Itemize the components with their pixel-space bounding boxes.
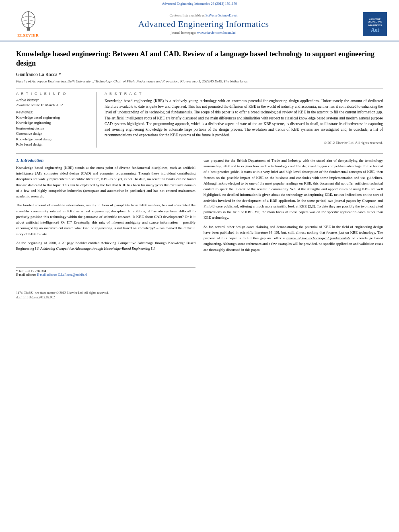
main-content: Knowledge based engineering: Between AI …	[0, 41, 399, 285]
keywords-label: Keywords:	[16, 110, 90, 114]
aei-logo-graphic: ADVANCED ENGINEERING INFORMATICS Aei	[365, 14, 385, 34]
aei-logo: ADVANCED ENGINEERING INFORMATICS Aei	[363, 12, 387, 36]
journal-header: ELSEVIER Contents lists available at Sci…	[0, 7, 399, 41]
sciverse-link[interactable]: SciVerse ScienceDirect	[206, 13, 238, 17]
intro-para-1: Knowledge based engineering (KBE) stands…	[16, 165, 195, 199]
available-date: Available online 16 March 2012	[16, 103, 90, 107]
svg-text:Aei: Aei	[371, 27, 379, 33]
intro-right-para-1: was prepared for the British Department …	[204, 158, 383, 221]
intro-right-para-2: So far, several other design cases claim…	[204, 224, 383, 253]
journal-reference-bar: Advanced Engineering Informatics 26 (201…	[0, 0, 399, 7]
intro-para-3: At the beginning of 2000, a 20 page book…	[16, 240, 195, 252]
footnote-email: E-mail address: E-mail address: G.LaRocc…	[16, 273, 195, 277]
keyword-2: Knowledge engineering	[16, 120, 90, 126]
divider-top	[16, 88, 383, 88]
footnotes: * Tel.: +31 15 2785384. E-mail address: …	[16, 267, 195, 277]
aei-logo-container: ADVANCED ENGINEERING INFORMATICS Aei	[359, 12, 391, 36]
info-abstract-row: A R T I C L E I N F O Article history: A…	[16, 92, 383, 148]
intro-para-2: The limited amount of available informat…	[16, 202, 195, 237]
page-footer: 1474-0346/$ - see front matter © 2012 El…	[16, 289, 383, 299]
divider-body	[16, 153, 383, 154]
svg-line-3	[22, 16, 29, 18]
elsevier-logo: ELSEVIER	[17, 10, 39, 37]
history-label: Article history:	[16, 98, 90, 102]
body-left-column: 1. Introduction Knowledge based engineer…	[16, 158, 195, 277]
keyword-5: Knowledge based design	[16, 137, 90, 142]
footer-license: 1474-0346/$ - see front matter © 2012 El…	[16, 291, 383, 295]
article-info-column: A R T I C L E I N F O Article history: A…	[16, 92, 97, 148]
authors: Gianfranco La Rocca *	[16, 72, 383, 78]
keyword-4: Generative design	[16, 131, 90, 137]
article-info-label: A R T I C L E I N F O	[16, 92, 90, 96]
journal-homepage: journal homepage: www.elsevier.com/locat…	[48, 31, 359, 35]
keyword-3: Engineering design	[16, 126, 90, 131]
elsevier-wordmark: ELSEVIER	[17, 33, 39, 37]
abstract-label: A B S T R A C T	[105, 92, 383, 96]
paper-title: Knowledge based engineering: Between AI …	[16, 49, 383, 68]
abstract-text: Knowledge based engineering (KBE) is a r…	[105, 98, 383, 138]
affiliation: Faculty of Aerospace Engineering, Delft …	[16, 79, 383, 83]
svg-line-5	[28, 16, 35, 18]
footnote-star: * Tel.: +31 15 2785384.	[16, 269, 195, 273]
keyword-1: Knowledge based engineering	[16, 115, 90, 121]
svg-text:INFORMATICS: INFORMATICS	[368, 24, 382, 27]
contents-line: Contents lists available at SciVerse Sci…	[48, 13, 359, 17]
svg-line-6	[28, 20, 35, 22]
keywords-list: Knowledge based engineering Knowledge en…	[16, 115, 90, 148]
svg-line-4	[22, 20, 29, 22]
elsevier-logo-container: ELSEVIER	[8, 10, 48, 37]
svg-text:ADVANCED: ADVANCED	[369, 18, 380, 20]
body-right-column: was prepared for the British Department …	[204, 158, 383, 277]
intro-heading: 1. Introduction	[16, 158, 195, 162]
homepage-url[interactable]: www.elsevier.com/locate/aei	[197, 31, 237, 35]
body-columns: 1. Introduction Knowledge based engineer…	[16, 158, 383, 277]
email-link[interactable]: E-mail address: G.LaRocca@tudelft.nl	[37, 273, 87, 277]
svg-line-7	[23, 23, 28, 25]
journal-title: Advanced Engineering Informatics	[48, 19, 359, 29]
keyword-6: Rule based design	[16, 142, 90, 148]
copyright-line: © 2012 Elsevier Ltd. All rights reserved…	[105, 141, 383, 145]
svg-text:ENGINEERING: ENGINEERING	[368, 21, 382, 23]
abstract-column: A B S T R A C T Knowledge based engineer…	[105, 92, 383, 148]
svg-line-8	[28, 23, 34, 25]
elsevier-tree-icon	[17, 10, 39, 33]
footer-doi: doi:10.1016/j.aei.2012.02.002	[16, 296, 383, 299]
journal-ref-text: Advanced Engineering Informatics 26 (201…	[162, 2, 237, 6]
journal-header-center: Contents lists available at SciVerse Sci…	[48, 13, 359, 35]
